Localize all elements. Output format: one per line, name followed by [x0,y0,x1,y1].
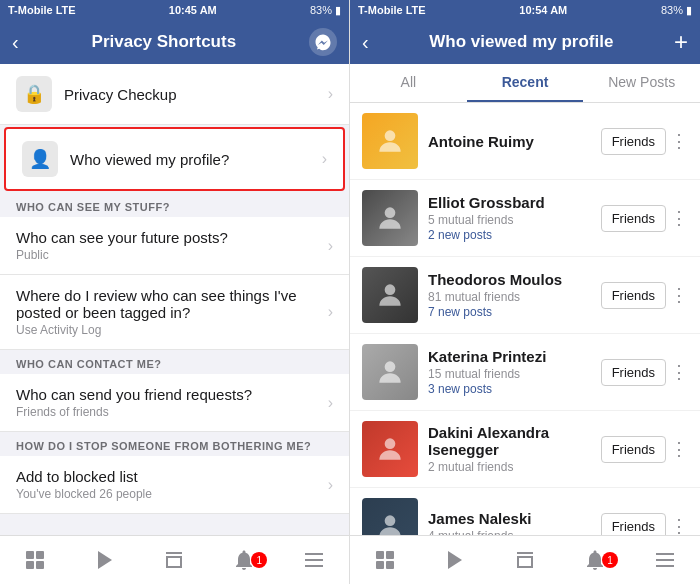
profile-avatar [362,344,418,400]
profile-item[interactable]: Dakini Alexandra Isenegger2 mutual frien… [350,411,700,488]
more-options-icon[interactable]: ⋮ [670,130,688,152]
profile-avatar [362,498,418,535]
profile-avatar [362,190,418,246]
right-notifications-badge: 1 [602,552,618,568]
profile-item[interactable]: Antoine RuimyFriends⋮ [350,103,700,180]
right-tab-bar: 1 [350,535,700,584]
tab-marketplace[interactable] [140,548,210,572]
right-time: 10:54 AM [519,4,567,16]
more-options-icon[interactable]: ⋮ [670,361,688,383]
more-options-icon[interactable]: ⋮ [670,438,688,460]
friend-requests-title: Who can send you friend requests? [16,386,328,403]
tab-video[interactable] [70,548,140,572]
right-panel: T-Mobile LTE 10:54 AM 83% ▮ ‹ Who viewed… [350,0,700,584]
chevron-right-icon-6: › [328,476,333,494]
profile-item[interactable]: James Naleski4 mutual friendsFriends⋮ [350,488,700,535]
future-posts-item[interactable]: Who can see your future posts? Public › [0,217,349,275]
right-nav-title: Who viewed my profile [429,32,613,52]
right-battery: 83% ▮ [661,4,692,17]
blocked-list-title: Add to blocked list [16,468,328,485]
messenger-icon[interactable] [309,28,337,56]
left-nav-title: Privacy Shortcuts [92,32,237,52]
svg-rect-15 [376,551,384,559]
tab-all[interactable]: All [350,64,467,102]
activity-log-subtitle: Use Activity Log [16,323,328,337]
right-tab-menu[interactable] [630,548,700,572]
profile-item[interactable]: Theodoros Moulos81 mutual friends7 new p… [350,257,700,334]
svg-rect-1 [36,551,44,559]
chevron-right-icon-4: › [328,303,333,321]
blocked-list-subtitle: You've blocked 26 people [16,487,328,501]
mutual-friends: 5 mutual friends [428,213,593,227]
friend-requests-subtitle: Friends of friends [16,405,328,419]
new-posts: 3 new posts [428,382,593,396]
svg-rect-20 [656,553,674,555]
who-viewed-item[interactable]: 👤 Who viewed my profile? › [4,127,345,191]
svg-rect-7 [305,565,323,567]
friends-button[interactable]: Friends [601,205,666,232]
friends-button[interactable]: Friends [601,359,666,386]
left-menu-list: 🔒 Privacy Checkup › 👤 Who viewed my prof… [0,64,349,535]
right-tab-notifications[interactable]: 1 [560,548,630,572]
left-nav-bar: ‹ Privacy Shortcuts [0,20,349,64]
tab-recent[interactable]: Recent [467,64,584,102]
future-posts-title: Who can see your future posts? [16,229,328,246]
tab-new-posts[interactable]: New Posts [583,64,700,102]
profile-name: James Naleski [428,510,593,527]
right-nav-bar: ‹ Who viewed my profile + [350,20,700,64]
profile-item[interactable]: Elliot Grossbard5 mutual friends2 new po… [350,180,700,257]
right-status-bar: T-Mobile LTE 10:54 AM 83% ▮ [350,0,700,20]
left-tab-bar: 1 [0,535,349,584]
right-carrier: T-Mobile LTE [358,4,426,16]
chevron-right-icon-5: › [328,394,333,412]
friend-requests-item[interactable]: Who can send you friend requests? Friend… [0,374,349,432]
more-options-icon[interactable]: ⋮ [670,515,688,535]
svg-rect-17 [376,561,384,569]
left-panel: T-Mobile LTE 10:45 AM 83% ▮ ‹ Privacy Sh… [0,0,350,584]
blocked-list-item[interactable]: Add to blocked list You've blocked 26 pe… [0,456,349,514]
add-button[interactable]: + [674,28,688,56]
person-icon: 👤 [22,141,58,177]
activity-log-title: Where do I review who can see things I'v… [16,287,328,321]
new-posts: 2 new posts [428,228,593,242]
left-time: 10:45 AM [169,4,217,16]
left-status-bar: T-Mobile LTE 10:45 AM 83% ▮ [0,0,349,20]
svg-point-11 [385,361,396,372]
friends-button[interactable]: Friends [601,128,666,155]
profile-name: Katerina Printezi [428,348,593,365]
friends-button[interactable]: Friends [601,282,666,309]
tab-menu[interactable] [279,548,349,572]
svg-point-9 [385,207,396,218]
tab-notifications[interactable]: 1 [209,548,279,572]
mutual-friends: 81 mutual friends [428,290,593,304]
svg-marker-19 [448,551,462,569]
svg-rect-21 [656,559,674,561]
svg-point-10 [385,284,396,295]
svg-marker-4 [98,551,112,569]
more-options-icon[interactable]: ⋮ [670,284,688,306]
right-tab-home[interactable] [350,548,420,572]
friends-button[interactable]: Friends [601,513,666,536]
privacy-checkup-item[interactable]: 🔒 Privacy Checkup › [0,64,349,125]
tab-home[interactable] [0,548,70,572]
friends-button[interactable]: Friends [601,436,666,463]
chevron-right-icon: › [328,85,333,103]
privacy-checkup-title: Privacy Checkup [64,86,328,103]
svg-rect-3 [36,561,44,569]
svg-point-12 [385,438,396,449]
svg-point-13 [385,515,396,526]
left-back-button[interactable]: ‹ [12,31,19,54]
more-options-icon[interactable]: ⋮ [670,207,688,229]
right-tab-marketplace[interactable] [490,548,560,572]
new-posts: 7 new posts [428,305,593,319]
activity-log-item[interactable]: Where do I review who can see things I'v… [0,275,349,350]
lock-icon: 🔒 [16,76,52,112]
right-back-button[interactable]: ‹ [362,31,369,54]
profile-item[interactable]: Katerina Printezi15 mutual friends3 new … [350,334,700,411]
right-tab-video[interactable] [420,548,490,572]
chevron-right-icon-2: › [322,150,327,168]
svg-rect-0 [26,551,34,559]
chevron-right-icon-3: › [328,237,333,255]
svg-rect-5 [305,553,323,555]
svg-rect-18 [386,561,394,569]
